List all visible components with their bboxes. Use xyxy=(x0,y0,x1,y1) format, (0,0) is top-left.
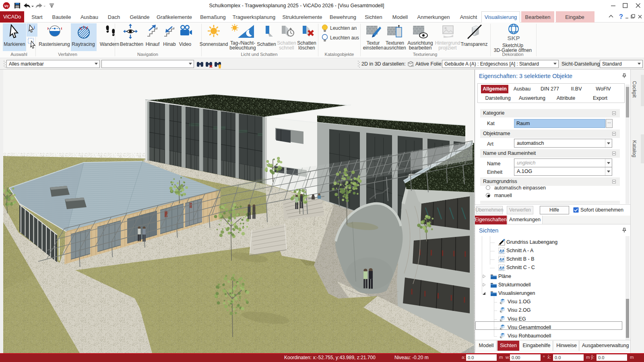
svg-text:A: A xyxy=(500,249,502,251)
svg-text:Vc: Vc xyxy=(4,4,8,8)
svg-text:A: A xyxy=(500,266,502,268)
svg-text:A: A xyxy=(502,249,504,251)
svg-text:i: i xyxy=(34,25,35,30)
svg-text:A: A xyxy=(502,266,504,268)
svg-text:?: ? xyxy=(619,13,623,20)
svg-text:3D: 3D xyxy=(411,65,414,67)
svg-text:SKP: SKP xyxy=(508,35,520,41)
svg-text:A: A xyxy=(502,257,504,260)
svg-text:A: A xyxy=(500,257,502,260)
